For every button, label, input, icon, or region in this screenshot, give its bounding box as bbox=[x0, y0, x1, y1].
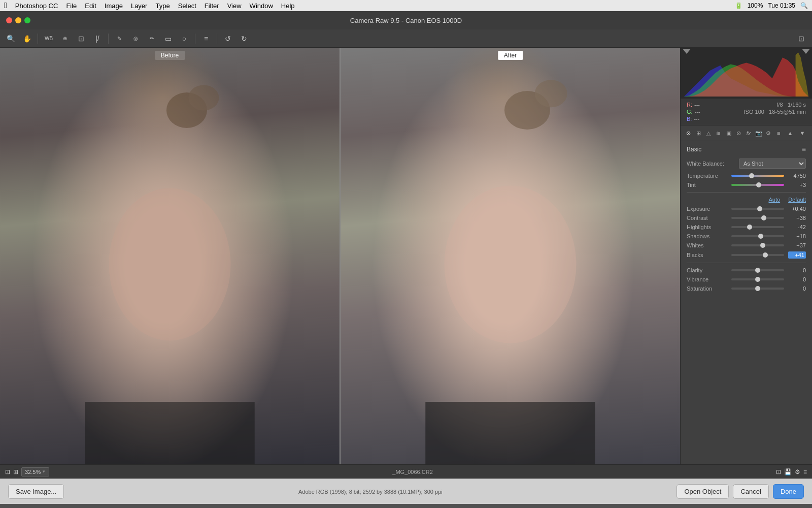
section-divider-2 bbox=[687, 263, 806, 263]
tint-thumb[interactable] bbox=[756, 182, 761, 187]
fullscreen-view[interactable]: ⊡ bbox=[795, 32, 808, 45]
menu-view[interactable]: View bbox=[227, 2, 242, 10]
battery-icon: 🔋 bbox=[735, 2, 742, 9]
minimize-button[interactable] bbox=[15, 17, 21, 23]
grid-icon[interactable]: ⊞ bbox=[695, 128, 703, 139]
white-balance-select[interactable]: As ShotAutoDaylightCloudyShadeTungstenFl… bbox=[739, 158, 806, 169]
grad-filter-tool[interactable]: ▭ bbox=[161, 32, 175, 45]
color-sampler-tool[interactable]: ⊕ bbox=[58, 32, 72, 45]
basic-icon[interactable]: ⊙ bbox=[685, 128, 693, 139]
radial-filter-tool[interactable]: ○ bbox=[178, 32, 191, 45]
workflow-icon[interactable]: ⊡ bbox=[776, 468, 781, 475]
done-button[interactable]: Done bbox=[773, 484, 804, 499]
temperature-value: 4750 bbox=[788, 173, 806, 179]
title-bar: Camera Raw 9.5 - Canon EOS 1000D bbox=[0, 11, 812, 29]
save-icon[interactable]: 💾 bbox=[784, 468, 792, 475]
menu-image[interactable]: Image bbox=[105, 2, 123, 10]
shadows-slider[interactable] bbox=[731, 235, 784, 237]
tint-row: Tint +3 bbox=[687, 182, 806, 188]
exposure-slider[interactable] bbox=[731, 208, 784, 210]
menu-edit[interactable]: Edit bbox=[85, 2, 96, 10]
image-panel: Before bbox=[0, 48, 680, 464]
default-button[interactable]: Default bbox=[788, 197, 806, 203]
brush-tool[interactable]: ✏ bbox=[145, 32, 158, 45]
toolbar-sep-3 bbox=[195, 34, 195, 44]
vibrance-thumb[interactable] bbox=[755, 277, 760, 282]
clipping-highlight-indicator[interactable] bbox=[802, 49, 810, 54]
exposure-row: Exposure +0.40 bbox=[687, 206, 806, 212]
tint-value: +3 bbox=[788, 182, 806, 188]
menu-photoshop[interactable]: Photoshop CC bbox=[15, 2, 58, 10]
split-tone-icon[interactable]: ⊘ bbox=[735, 128, 743, 139]
saturation-slider[interactable] bbox=[731, 288, 784, 290]
zoom-tool[interactable]: 🔍 bbox=[4, 32, 17, 45]
blacks-slider[interactable] bbox=[731, 254, 784, 256]
rotate-left[interactable]: ↺ bbox=[221, 32, 234, 45]
rotate-right[interactable]: ↻ bbox=[238, 32, 251, 45]
highlights-slider[interactable] bbox=[731, 226, 784, 228]
apple-menu[interactable]:  bbox=[4, 1, 7, 10]
close-button[interactable] bbox=[6, 17, 12, 23]
menu-layer[interactable]: Layer bbox=[131, 2, 148, 10]
before-panel: Before bbox=[0, 48, 340, 464]
menu-select[interactable]: Select bbox=[178, 2, 196, 10]
save-image-button[interactable]: Save Image... bbox=[8, 484, 64, 499]
zoom-control[interactable]: 32.5% ▼ bbox=[21, 467, 49, 477]
hsl-icon[interactable]: ▣ bbox=[725, 128, 733, 139]
blacks-thumb[interactable] bbox=[763, 252, 768, 258]
fullscreen-button[interactable] bbox=[24, 17, 30, 23]
heal-tool[interactable]: ✎ bbox=[113, 32, 126, 45]
highlights-thumb[interactable] bbox=[747, 225, 752, 230]
clarity-thumb[interactable] bbox=[755, 268, 760, 273]
menu-file[interactable]: File bbox=[66, 2, 77, 10]
crop-tool[interactable]: ⊡ bbox=[75, 32, 88, 45]
temperature-thumb[interactable] bbox=[749, 173, 754, 178]
whites-thumb[interactable] bbox=[760, 243, 765, 248]
clarity-slider[interactable] bbox=[731, 269, 784, 271]
presets-tool[interactable]: ≡ bbox=[199, 32, 213, 45]
clarity-row: Clarity 0 bbox=[687, 267, 806, 273]
iso: ISO 100 bbox=[744, 109, 764, 115]
contrast-thumb[interactable] bbox=[761, 215, 766, 220]
redeye-tool[interactable]: ◎ bbox=[129, 32, 142, 45]
auto-button[interactable]: Auto bbox=[769, 197, 781, 203]
detail-icon[interactable]: ≋ bbox=[715, 128, 723, 139]
lens-icon[interactable]: ⚙ bbox=[765, 128, 773, 139]
whites-slider[interactable] bbox=[731, 244, 784, 246]
white-balance-tool[interactable]: WB bbox=[42, 32, 55, 45]
shadows-thumb[interactable] bbox=[758, 234, 763, 239]
fx-icon[interactable]: fx bbox=[745, 128, 753, 139]
svg-rect-3 bbox=[85, 402, 255, 464]
saturation-row: Saturation 0 bbox=[687, 285, 806, 292]
open-object-button[interactable]: Open Object bbox=[676, 484, 729, 499]
straighten-tool[interactable]: |/ bbox=[91, 32, 104, 45]
scroll-down-icon[interactable]: ▼ bbox=[797, 128, 808, 139]
camera-icon[interactable]: 📷 bbox=[755, 128, 763, 139]
exposure-thumb[interactable] bbox=[757, 206, 762, 211]
contrast-slider[interactable] bbox=[731, 217, 784, 219]
search-icon[interactable]: 🔍 bbox=[800, 2, 808, 9]
menu-window[interactable]: Window bbox=[250, 2, 273, 10]
shutter-speed: 1/160 s bbox=[788, 102, 806, 108]
cancel-button[interactable]: Cancel bbox=[733, 484, 768, 499]
vibrance-slider[interactable] bbox=[731, 278, 784, 280]
menu-filter[interactable]: Filter bbox=[205, 2, 219, 10]
clipping-shadow-indicator[interactable] bbox=[683, 49, 691, 54]
scroll-up-icon[interactable]: ▲ bbox=[785, 128, 796, 139]
menu-type[interactable]: Type bbox=[155, 2, 170, 10]
whites-row: Whites +37 bbox=[687, 242, 806, 248]
hand-tool[interactable]: ✋ bbox=[20, 32, 33, 45]
presets-panel-icon[interactable]: ≡ bbox=[774, 128, 783, 139]
panels-icon[interactable]: ≡ bbox=[803, 468, 807, 475]
before-after-view: Before bbox=[0, 48, 680, 464]
temperature-slider[interactable] bbox=[731, 175, 784, 177]
tone-curve-icon[interactable]: △ bbox=[704, 128, 713, 139]
panel-menu-icon[interactable]: ≡ bbox=[802, 145, 806, 153]
bottom-right-buttons: Open Object Cancel Done bbox=[676, 484, 804, 499]
tint-slider[interactable] bbox=[731, 184, 784, 186]
menu-right: 🔋 100% Tue 01:35 🔍 bbox=[735, 2, 808, 9]
saturation-thumb[interactable] bbox=[755, 286, 760, 291]
menu-help[interactable]: Help bbox=[281, 2, 295, 10]
white-balance-row: White Balance: As ShotAutoDaylightCloudy… bbox=[687, 158, 806, 169]
settings-icon[interactable]: ⚙ bbox=[795, 468, 800, 475]
